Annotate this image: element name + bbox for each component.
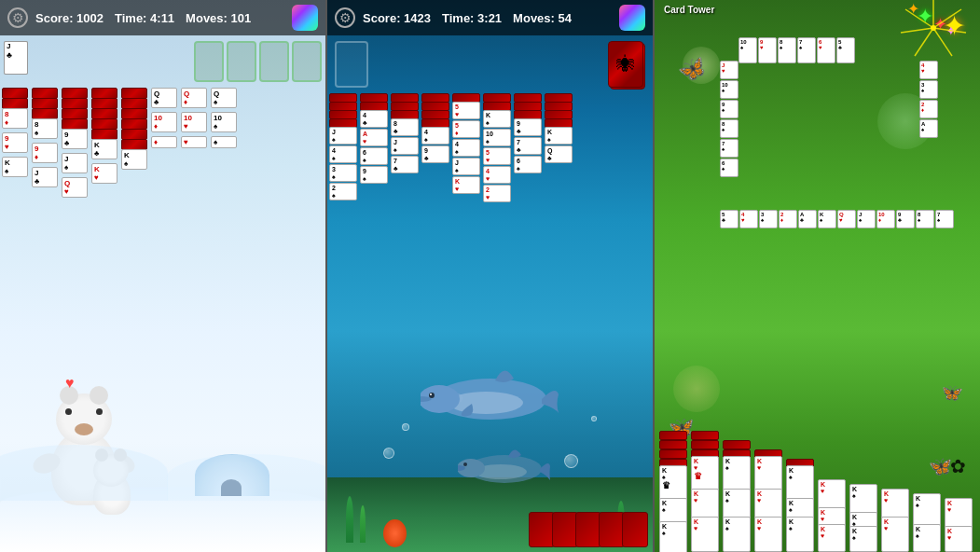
time-2: Time: 3:21	[442, 11, 502, 25]
svg-line-12	[933, 28, 952, 56]
card-face-9c[interactable]: 9♣	[62, 129, 88, 149]
stock-pile-1[interactable]	[194, 41, 224, 82]
svg-point-4	[430, 393, 432, 395]
spider-col-8[interactable]: K♠ Q♣	[545, 93, 574, 373]
heart-icon: ♥	[65, 375, 75, 392]
empty-slot-2[interactable]	[335, 41, 368, 88]
card-face-8d[interactable]: 8♦	[2, 108, 28, 129]
arch-top-row: 10♠ 9♥ 8♠ 7♠ 6♥ 5♣	[738, 37, 855, 63]
card-face-Kc[interactable]: K♣	[91, 139, 117, 159]
game-icon-1	[292, 5, 318, 31]
score-1: Score: 1002	[35, 11, 104, 25]
dolphin-image-2	[458, 436, 551, 496]
stock-pile-4[interactable]	[292, 41, 322, 82]
time-1: Time: 4:11	[115, 11, 174, 25]
spider-columns[interactable]: J♠ 4♠ 3♠ 2♠ 4♣ A♥ 6♠ 9♠ 8♣ J♠ 7♣	[329, 93, 651, 373]
panel-card-tower[interactable]: ✦ ✦ ✦ ✦ ✦ 🦋 🦋 🦋 🦋	[655, 0, 980, 552]
p3-score-label: Card Tower	[664, 5, 714, 15]
panel-2-header: ⚙ Score: 1423 Time: 3:21 Moves: 54	[327, 0, 653, 35]
card-face-8s[interactable]: 8♠	[32, 118, 58, 139]
firework-svg	[896, 0, 971, 65]
svg-line-13	[915, 28, 933, 56]
bubble-2	[402, 423, 409, 431]
panel-1-header: ⚙ Score: 1002 Time: 4:11 Moves: 101	[0, 0, 325, 35]
panel-solitaire[interactable]: ⚙ Score: 1002 Time: 4:11 Moves: 101 7♥ 7…	[0, 0, 327, 552]
spider-stock[interactable]	[531, 512, 648, 547]
svg-line-11	[933, 28, 966, 33]
svg-point-16	[931, 25, 936, 31]
p3-score: Card Tower	[664, 5, 714, 15]
svg-line-10	[933, 9, 961, 28]
bubble-4	[591, 416, 597, 421]
panel-spider[interactable]: ⚙ Score: 1423 Time: 3:21 Moves: 54 🕷	[327, 0, 655, 552]
bear-eye-left	[65, 408, 72, 415]
spider-col-1[interactable]: J♠ 4♠ 3♠ 2♠	[329, 93, 359, 373]
settings-icon-2[interactable]: ⚙	[335, 7, 355, 28]
card-face-9h[interactable]: 9♥	[2, 132, 28, 153]
spider-col-3[interactable]: 8♣ J♠ 7♣	[391, 93, 421, 373]
card-face-Js[interactable]: J♠	[62, 153, 88, 173]
spider-col-6[interactable]: K♠ 10♠ 5♥ 4♥ 2♥	[483, 93, 513, 373]
card-face-Qh[interactable]: Q♥	[62, 177, 88, 198]
card-face-Kh[interactable]: K♥	[91, 163, 117, 184]
card-face-Ks[interactable]: K♠	[121, 149, 147, 170]
card-face-9d[interactable]: 9♦	[32, 143, 58, 163]
card-arch[interactable]: 10♠ 9♥ 8♠ 7♠ 6♥ 5♣ 4♥ 3♠ 2♦ A♠ J♥ 10♠ 9♠…	[683, 28, 966, 308]
moves-2: Moves: 54	[513, 11, 572, 25]
arch-right-col: 4♥ 3♠ 2♦ A♠	[919, 61, 938, 138]
spider-col-5[interactable]: 5♥ 5♦ 4♠ J♠ K♥	[452, 93, 482, 373]
card-face-Kh-b[interactable]: K♠	[2, 157, 28, 177]
svg-line-15	[905, 9, 933, 28]
settings-icon-1[interactable]: ⚙	[7, 7, 28, 28]
arch-left-col: J♥ 10♠ 9♠ 8♠ 7♠ 6♠	[720, 61, 738, 177]
svg-point-1	[449, 392, 523, 414]
spider-col-2[interactable]: 4♣ A♥ 6♠ 9♠	[360, 93, 390, 373]
bear-ear-right	[90, 386, 108, 405]
stock-pile-2[interactable]	[227, 41, 256, 82]
bubble-1	[383, 448, 394, 459]
seaweed-1	[346, 496, 353, 543]
arch-bottom-row: 5♣ 4♥ 3♠ 2♦ A♣ K♠ Q♥ J♠ 10♦ 9♣ 8♠ 7♠	[720, 210, 954, 228]
stock-piles-1[interactable]	[194, 41, 322, 82]
bear-eye-right	[96, 408, 103, 415]
spider-col-7[interactable]: 9♣ 7♣ 6♠	[514, 93, 544, 373]
completed-stack-2: 🕷	[608, 41, 645, 90]
game-icon-2	[619, 5, 645, 31]
score-2: Score: 1423	[363, 11, 431, 25]
bubble-3	[564, 454, 578, 468]
card-face-Jc2[interactable]: J♣	[32, 167, 58, 187]
stats-2: Score: 1423 Time: 3:21 Moves: 54	[363, 11, 612, 25]
coral-2	[383, 519, 407, 547]
svg-line-14	[901, 28, 933, 33]
stats-1: Score: 1002 Time: 4:11 Moves: 101	[35, 11, 284, 25]
seaweed-2	[360, 505, 366, 543]
bottom-card-stacks[interactable]: K♠♛ K♠ K♠ K♥♛ K♥ K♥ K♠ K♠ K♠	[655, 366, 980, 552]
stock-pile-3[interactable]	[259, 41, 289, 82]
spider-col-4[interactable]: 4♠ 9♣	[421, 93, 451, 373]
snow-hills	[0, 426, 325, 501]
svg-point-8	[463, 462, 467, 466]
svg-point-3	[429, 393, 435, 398]
card-Jc[interactable]: J♣	[4, 41, 28, 75]
moves-1: Moves: 101	[186, 11, 251, 25]
